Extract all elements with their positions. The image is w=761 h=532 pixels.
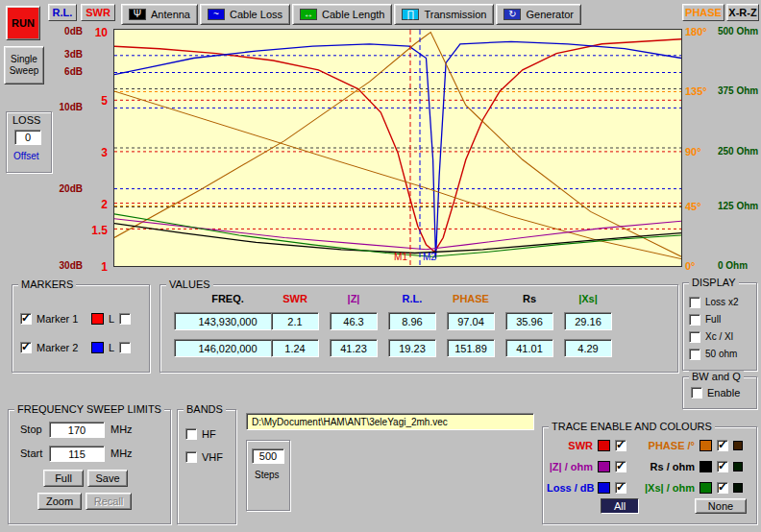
marker-row: Marker 2L [20,341,131,354]
display-50-ohm-label: 50 ohm [705,349,737,359]
value-cell-m1-r-l: 8.96 [388,312,436,330]
deg-tick-label: 90° [685,146,701,157]
marker-2-color-swatch [91,342,104,353]
toolbar-button-label: Cable Loss [230,9,282,20]
xrz-axis-label: X-R-Z [726,4,759,21]
sweep-chart[interactable]: M1M2 [113,29,682,267]
rs-ohm-trace-checkbox[interactable] [717,461,728,472]
stop-frequency-field[interactable]: 170 [49,422,105,438]
vec-file-path-field[interactable]: D:\MyDocument\HAM\ANT\3eleYagi_2mh.vec [246,413,534,430]
sweep-limits-title: FREQUENCY SWEEP LIMITS [14,403,164,415]
ohm-tick-label: 250 Ohm [718,146,758,157]
toolbar-button-generator[interactable]: ↻Generator [496,4,581,25]
toolbar-button-cable-loss[interactable]: ~Cable Loss [200,4,290,25]
bw-q-title: BW and Q [689,371,744,382]
value-cell-m1-z: 46.3 [330,312,378,330]
toolbar-button-transmission[interactable]: ∏Transmission [394,4,494,25]
bands-panel: BANDS HFVHF [177,409,236,524]
bands-title: BANDS [184,403,226,415]
marker-1-l-checkbox[interactable] [119,313,131,325]
swr-axis-label: SWR [81,4,115,21]
zoom-button[interactable]: Zoom [37,493,82,510]
marker-2-label: Marker 2 [37,342,86,353]
display-loss-x2-checkbox[interactable] [689,297,700,308]
swr-scale: 105321.51 [83,29,108,267]
loss-offset-field[interactable]: 0 [14,130,41,145]
trace-color-loss-db [598,482,610,494]
trace-color-z-ohm [598,461,610,472]
toolbar-button-antenna[interactable]: ΨAntenna [121,4,198,25]
loss-title: LOSS [12,114,40,126]
cable-length-icon: ↔ [300,9,317,20]
loss-offset-label: Offset [13,151,39,161]
trace-row: |Xs| / ohm [635,481,743,495]
band-vhf-checkbox[interactable] [185,451,197,463]
cable-loss-icon: ~ [208,9,225,20]
values-header-rs: Rs [505,293,553,306]
xs-ohm-trace-checkbox[interactable] [717,482,728,494]
single-sweep-button[interactable]: Single Sweep [4,46,44,85]
stop-label: Stop [20,423,42,435]
value-cell-m2-freq: 146,020,000 [174,339,282,357]
trace-panel-title: TRACE ENABLE AND COLOURS [549,421,715,432]
steps-field[interactable]: 500 [252,448,284,464]
display-option-row: Full [689,313,721,326]
toolbar-button-label: Transmission [424,9,486,20]
axis-color-rs-ohm [733,462,743,472]
trace-none-button[interactable]: None [695,498,747,514]
bw-q-enable-checkbox[interactable] [691,387,702,399]
display-xc-xl-label: Xc / Xl [705,331,733,342]
trace-row: SWR [547,439,626,452]
db-tick-label: 30dB [60,260,83,271]
swr-tick-label: 1.5 [91,224,108,237]
value-cell-m2-phase: 151.89 [447,339,495,357]
display-full-checkbox[interactable] [689,314,700,326]
db-tick-label: 20dB [60,183,83,194]
display-50-ohm-checkbox[interactable] [689,349,700,360]
trace-label-swr: SWR [547,440,593,451]
swr-tick-label: 2 [101,198,108,211]
band-hf-checkbox[interactable] [185,428,197,440]
display-panel-title: DISPLAY [689,277,739,288]
antenna-analyzer-app: { "controls": { "run": "RUN", "single_sw… [0,0,761,532]
value-cell-m2-r-l: 19.23 [388,339,436,357]
steps-label: Steps [255,470,280,480]
toolbar-button-cable-length[interactable]: ↔Cable Length [292,4,392,25]
phase-trace-checkbox[interactable] [717,440,728,451]
value-cell-m2-rs: 41.01 [505,339,553,357]
bw-q-enable-label: Enable [707,387,740,399]
trace-label-loss-db: Loss / dB [547,482,593,494]
start-frequency-field[interactable]: 115 [49,446,105,462]
z-ohm-trace-checkbox[interactable] [615,461,626,472]
db-tick-label: 0dB [64,26,83,36]
markers-panel-title: MARKERS [18,278,76,290]
trace-label-z-ohm: |Z| / ohm [547,461,593,472]
return-loss-scale: 0dB3dB6dB10dB20dB30dB [44,29,83,267]
save-button[interactable]: Save [87,470,128,487]
trace-all-button[interactable]: All [601,498,639,514]
start-unit-label: MHz [110,447,133,459]
sweep-limits-panel: FREQUENCY SWEEP LIMITS Stop 170 MHz Star… [8,409,171,524]
display-xc-xl-checkbox[interactable] [689,331,700,343]
full-button[interactable]: Full [43,470,84,487]
trace-row: Rs / ohm [635,460,743,473]
swr-trace-checkbox[interactable] [615,440,626,451]
loss-db-trace-checkbox[interactable] [615,482,626,494]
rl-axis-label: R.L. [48,4,77,21]
values-header-xs: |Xs| [564,293,612,306]
start-label: Start [20,447,42,459]
values-header-z: |Z| [330,293,378,306]
trace-color-phase [700,440,712,451]
value-cell-m1-rs: 35.96 [505,312,553,330]
marker-1-color-swatch [91,313,104,325]
generator-icon: ↻ [503,9,521,20]
trace-row: Loss / dB [547,481,626,495]
run-button[interactable]: RUN [6,6,40,40]
marker-2-l-label: L [109,342,114,353]
marker-2-checkbox[interactable] [20,342,32,353]
marker-2-l-checkbox[interactable] [119,342,131,353]
bw-q-panel: BW and Q Enable [682,376,757,409]
marker-1-checkbox[interactable] [20,313,32,325]
value-cell-m1-swr: 2.1 [271,312,319,330]
chart-svg: M1M2 [114,30,681,266]
